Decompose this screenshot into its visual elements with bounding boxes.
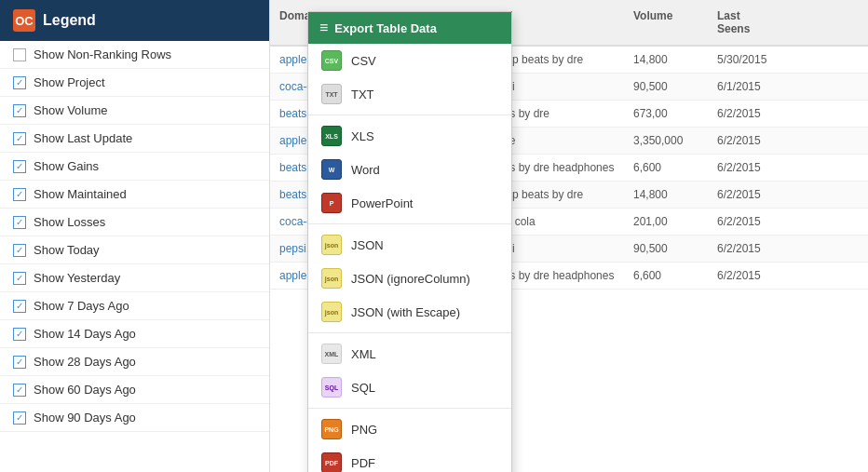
sidebar-item-maintained[interactable]: Show Maintained <box>0 181 269 209</box>
cell-volume: 90,500 <box>624 236 708 262</box>
col-header-lastseens: LastSeens <box>708 6 801 39</box>
sidebar-label-28days: Show 28 Days Ago <box>34 355 136 369</box>
dropdown-item-word[interactable]: W Word <box>308 153 511 186</box>
sidebar-item-project[interactable]: Show Project <box>0 69 269 97</box>
menu-label-png: PNG <box>351 423 377 437</box>
cell-date: 6/2/2015 <box>708 263 801 289</box>
menu-label-pdf: PDF <box>351 456 375 470</box>
cell-volume: 14,800 <box>624 182 708 208</box>
export-dropdown-header: ≡ Export Table Data <box>308 12 511 44</box>
sidebar-item-non-ranking[interactable]: Show Non-Ranking Rows <box>0 41 269 69</box>
sidebar-label-14days: Show 14 Days Ago <box>34 327 136 341</box>
checkbox-losses[interactable] <box>13 216 26 229</box>
sidebar-item-last-update[interactable]: Show Last Update <box>0 125 269 153</box>
dropdown-item-png[interactable]: PNG PNG <box>308 412 511 446</box>
menu-icon-txt: TXT <box>321 84 342 104</box>
sidebar-item-gains[interactable]: Show Gains <box>0 153 269 181</box>
sidebar-label-today: Show Today <box>34 243 100 257</box>
dropdown-item-json-ignore[interactable]: json JSON (ignoreColumn) <box>308 262 511 295</box>
cell-volume: 6,600 <box>624 155 708 181</box>
sidebar-label-yesterday: Show Yesterday <box>34 271 120 285</box>
sidebar-item-90days[interactable]: Show 90 Days Ago <box>0 404 269 432</box>
menu-label-xml: XML <box>351 347 376 361</box>
menu-label-word: Word <box>351 163 380 177</box>
sidebar-item-yesterday[interactable]: Show Yesterday <box>0 264 269 292</box>
menu-label-json-escape: JSON (with Escape) <box>351 305 460 319</box>
dropdown-divider <box>308 408 511 409</box>
sidebar-item-losses[interactable]: Show Losses <box>0 209 269 236</box>
checkbox-gains[interactable] <box>13 160 26 173</box>
menu-icon-json-escape: json <box>321 302 342 322</box>
cell-date: 6/2/2015 <box>708 101 801 127</box>
sidebar-items-container: Show Non-Ranking RowsShow ProjectShow Vo… <box>0 41 269 432</box>
menu-label-txt: TXT <box>351 88 374 101</box>
menu-icon-json: json <box>321 235 342 255</box>
checkbox-7days[interactable] <box>13 300 26 313</box>
checkbox-90days[interactable] <box>13 411 26 425</box>
sidebar-label-project: Show Project <box>34 75 105 89</box>
sidebar-item-60days[interactable]: Show 60 Days Ago <box>0 376 269 404</box>
checkbox-yesterday[interactable] <box>13 272 26 285</box>
menu-icon-ppt: P <box>321 193 342 213</box>
checkbox-volume[interactable] <box>13 104 26 117</box>
sidebar-item-14days[interactable]: Show 14 Days Ago <box>0 320 269 348</box>
dropdown-item-xml[interactable]: XML XML <box>308 337 511 371</box>
menu-icon-png: PNG <box>321 419 342 439</box>
checkbox-today[interactable] <box>13 244 26 257</box>
checkbox-last-update[interactable] <box>13 132 26 145</box>
sidebar-item-volume[interactable]: Show Volume <box>0 97 269 125</box>
sidebar-label-gains: Show Gains <box>34 159 99 173</box>
sidebar-label-volume: Show Volume <box>34 103 108 117</box>
export-dropdown: ≡ Export Table Data CSV CSV TXT TXT XLS … <box>307 11 512 472</box>
dropdown-item-xls[interactable]: XLS XLS <box>308 119 511 153</box>
cell-volume: 14,800 <box>624 47 708 73</box>
menu-label-ppt: PowerPoint <box>351 196 413 210</box>
sidebar-label-losses: Show Losses <box>34 215 105 229</box>
cell-date: 6/2/2015 <box>708 236 801 262</box>
menu-icon-pdf: PDF <box>321 452 342 472</box>
col-header-volume: Volume <box>624 6 708 39</box>
sidebar-title: Legend <box>43 12 96 29</box>
cell-volume: 3,350,000 <box>624 128 708 154</box>
checkbox-maintained[interactable] <box>13 188 26 201</box>
checkbox-14days[interactable] <box>13 328 26 341</box>
dropdown-item-txt[interactable]: TXT TXT <box>308 77 511 111</box>
sidebar-logo: OC <box>13 9 35 32</box>
menu-icon-csv: CSV <box>321 50 342 71</box>
menu-label-json: JSON <box>351 238 384 252</box>
sidebar-label-non-ranking: Show Non-Ranking Rows <box>34 47 171 61</box>
sidebar-label-maintained: Show Maintained <box>34 187 127 201</box>
dropdown-item-json-escape[interactable]: json JSON (with Escape) <box>308 295 511 329</box>
sidebar-label-7days: Show 7 Days Ago <box>34 299 129 313</box>
sidebar-item-7days[interactable]: Show 7 Days Ago <box>0 292 269 320</box>
menu-label-sql: SQL <box>351 381 375 395</box>
dropdown-item-csv[interactable]: CSV CSV <box>308 44 511 77</box>
export-menu-icon: ≡ <box>319 20 328 36</box>
menu-icon-xls: XLS <box>321 126 342 146</box>
sidebar: OC Legend Show Non-Ranking RowsShow Proj… <box>0 0 270 472</box>
dropdown-item-json[interactable]: json JSON <box>308 228 511 262</box>
sidebar-item-28days[interactable]: Show 28 Days Ago <box>0 348 269 376</box>
menu-icon-word: W <box>321 159 342 180</box>
cell-volume: 90,500 <box>624 74 708 100</box>
dropdown-items-container: CSV CSV TXT TXT XLS XLS W Word P PowerPo… <box>308 44 511 472</box>
sidebar-label-last-update: Show Last Update <box>34 131 132 145</box>
menu-label-xls: XLS <box>351 129 374 143</box>
sidebar-label-60days: Show 60 Days Ago <box>34 383 136 397</box>
checkbox-28days[interactable] <box>13 356 26 369</box>
menu-label-json-ignore: JSON (ignoreColumn) <box>351 272 470 286</box>
dropdown-divider <box>308 223 511 224</box>
dropdown-item-pdf[interactable]: PDF PDF <box>308 446 511 472</box>
checkbox-non-ranking[interactable] <box>13 48 26 61</box>
sidebar-item-today[interactable]: Show Today <box>0 236 269 264</box>
dropdown-divider <box>308 115 511 115</box>
dropdown-item-sql[interactable]: SQL SQL <box>308 371 511 404</box>
cell-date: 6/2/2015 <box>708 128 801 154</box>
menu-icon-sql: SQL <box>321 377 342 398</box>
checkbox-project[interactable] <box>13 76 26 89</box>
dropdown-item-ppt[interactable]: P PowerPoint <box>308 186 511 220</box>
cell-date: 6/2/2015 <box>708 209 801 235</box>
menu-icon-xml: XML <box>321 344 342 364</box>
cell-volume: 201,00 <box>624 209 708 235</box>
checkbox-60days[interactable] <box>13 384 26 397</box>
